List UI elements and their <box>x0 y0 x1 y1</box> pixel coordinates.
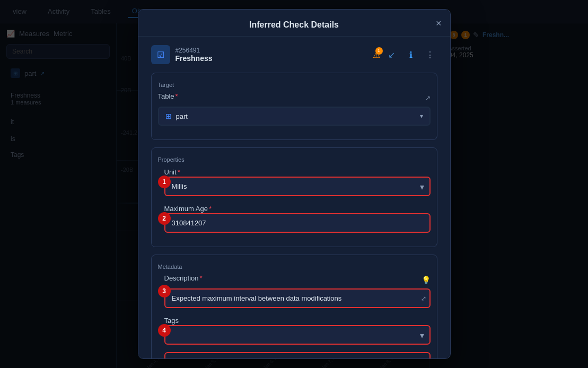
check-id-number: #256491 <box>175 47 213 54</box>
max-age-field-label: Maximum Age* <box>164 205 212 213</box>
metadata-section-label: Metadata <box>158 264 431 270</box>
unit-select-wrapper: Millis <box>164 177 431 196</box>
required-star: * <box>175 92 178 100</box>
step-badge-1: 1 <box>158 176 171 188</box>
tags-select-wrapper <box>164 325 431 345</box>
unit-field-label: Unit* <box>164 168 180 176</box>
additional-metadata-section: Additional Metadata + Enhance the check … <box>164 352 431 359</box>
add-metadata-icon[interactable]: + <box>418 358 423 359</box>
alert-badge: ⚠ 1 <box>373 50 380 60</box>
check-id-name: Freshness <box>175 54 213 63</box>
table-target-name: part <box>176 112 416 120</box>
chart-arrow-icon[interactable]: ↙ <box>384 47 399 62</box>
max-age-input[interactable] <box>164 213 431 233</box>
lightbulb-icon[interactable]: 💡 <box>422 276 431 284</box>
check-id-text: #256491 Freshness <box>175 47 213 63</box>
metadata-section: Metadata 3 Description* 💡 ⤢ <box>151 255 437 359</box>
check-id-row: ☑ #256491 Freshness ⚠ 1 ↙ ℹ ⋮ <box>151 45 437 64</box>
required-star: * <box>209 205 212 213</box>
check-id-left: ☑ #256491 Freshness <box>151 45 213 64</box>
description-field-label: Description* <box>164 274 203 282</box>
tags-field-group: 4 Tags <box>164 316 431 345</box>
target-section: Target Table* ↗ ⊞ part ▾ <box>151 73 437 140</box>
modal-body: ☑ #256491 Freshness ⚠ 1 ↙ ℹ ⋮ <box>138 37 450 359</box>
modal-title: Inferred Check Details <box>249 20 339 29</box>
table-dropdown-arrow[interactable]: ▾ <box>420 112 423 120</box>
modal-overlay: Inferred Check Details × ☑ #256491 Fresh… <box>0 0 588 368</box>
additional-meta-header: Additional Metadata + <box>172 358 423 359</box>
unit-field-group: 1 Unit* Millis <box>164 167 431 196</box>
unit-select[interactable]: Millis <box>164 177 431 196</box>
target-section-label: Target <box>158 82 431 88</box>
modal-header: Inferred Check Details × <box>138 10 450 37</box>
modal-close-button[interactable]: × <box>436 18 442 29</box>
table-target-icon: ⊞ <box>165 112 172 120</box>
inferred-check-modal: Inferred Check Details × ☑ #256491 Fresh… <box>138 9 451 359</box>
table-field-label: Table* <box>158 92 178 100</box>
expand-icon[interactable]: ⤢ <box>421 295 426 302</box>
additional-metadata-row: 5 Additional Metadata + Enhance the chec… <box>164 352 431 359</box>
description-input[interactable] <box>164 288 431 308</box>
go-to-table-icon[interactable]: ↗ <box>425 94 431 102</box>
step-badge-2: 2 <box>158 212 171 225</box>
required-star: * <box>178 168 180 176</box>
check-id-icons: ⚠ 1 ↙ ℹ ⋮ <box>373 47 437 62</box>
step-badge-3: 3 <box>158 285 171 297</box>
tags-select[interactable] <box>164 325 431 345</box>
tags-field-label: Tags <box>164 317 179 325</box>
info-icon[interactable]: ℹ <box>403 47 418 62</box>
step-badge-4: 4 <box>158 324 171 337</box>
table-field-group: Table* ↗ ⊞ part ▾ <box>158 92 431 126</box>
description-field-group: 3 Description* 💡 ⤢ <box>164 274 431 308</box>
properties-section-label: Properties <box>158 156 431 163</box>
description-input-wrapper: ⤢ <box>164 288 431 308</box>
check-type-icon: ☑ <box>151 45 170 64</box>
more-options-icon[interactable]: ⋮ <box>423 47 437 62</box>
required-star: * <box>200 274 203 282</box>
table-target-row: ⊞ part ▾ <box>158 107 431 126</box>
alert-count: 1 <box>375 47 383 55</box>
max-age-field-group: 2 Maximum Age* <box>164 204 431 233</box>
properties-section: Properties 1 Unit* Millis 2 <box>151 147 437 247</box>
